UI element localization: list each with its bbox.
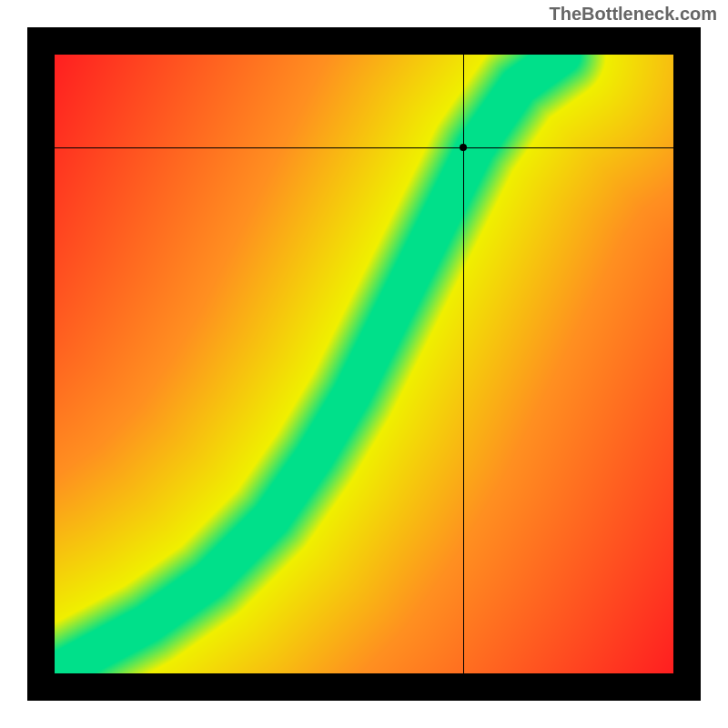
chart-container: TheBottleneck.com xyxy=(0,0,728,728)
chart-frame xyxy=(27,27,701,701)
watermark-text: TheBottleneck.com xyxy=(550,4,717,25)
crosshair-horizontal xyxy=(55,147,673,148)
data-point-marker xyxy=(460,144,467,151)
plot-area xyxy=(55,55,673,673)
